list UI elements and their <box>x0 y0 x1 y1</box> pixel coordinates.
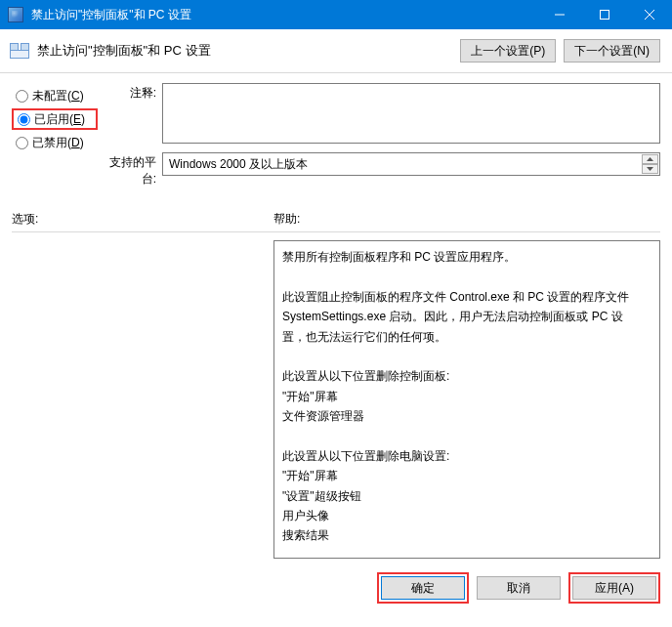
dialog-header: 禁止访问"控制面板"和 PC 设置 上一个设置(P) 下一个设置(N) <box>0 29 672 73</box>
supported-on-box: Windows 2000 及以上版本 <box>162 152 660 176</box>
state-radio-group: 未配置(C) 已启用(E) 已禁用(D) <box>12 79 98 193</box>
apply-highlight: 应用(A) <box>568 572 660 604</box>
supported-spinner[interactable] <box>642 154 658 174</box>
minimize-button[interactable] <box>537 0 582 29</box>
help-divider <box>273 231 660 232</box>
window-title: 禁止访问"控制面板"和 PC 设置 <box>31 7 537 23</box>
radio-disabled-input[interactable] <box>16 137 28 149</box>
radio-enabled-input[interactable] <box>18 113 30 126</box>
comment-label: 注释: <box>98 83 162 146</box>
radio-disabled[interactable]: 已禁用(D) <box>12 132 98 153</box>
radio-not-configured[interactable]: 未配置(C) <box>12 85 98 106</box>
options-divider <box>12 231 273 232</box>
radio-enabled-label: 已启用(E) <box>34 111 85 128</box>
previous-setting-button[interactable]: 上一个设置(P) <box>460 39 556 63</box>
policy-icon <box>10 43 29 59</box>
help-label: 帮助: <box>273 211 660 228</box>
options-label: 选项: <box>12 211 273 228</box>
supported-on-text: Windows 2000 及以上版本 <box>169 157 308 171</box>
apply-button[interactable]: 应用(A) <box>572 576 656 600</box>
radio-not-configured-input[interactable] <box>16 90 28 103</box>
app-icon <box>8 7 23 22</box>
close-button[interactable] <box>627 0 672 29</box>
radio-disabled-label: 已禁用(D) <box>32 135 84 151</box>
window-controls <box>537 0 672 29</box>
supported-label: 支持的平台: <box>98 152 162 188</box>
dialog-footer: 确定 取消 应用(A) <box>0 563 672 604</box>
spinner-down-icon[interactable] <box>642 164 658 174</box>
comment-textarea[interactable] <box>162 83 660 144</box>
ok-highlight: 确定 <box>377 572 469 604</box>
ok-button[interactable]: 确定 <box>381 576 465 600</box>
help-text[interactable]: 禁用所有控制面板程序和 PC 设置应用程序。 此设置阻止控制面板的程序文件 Co… <box>273 240 660 559</box>
svg-rect-1 <box>601 11 609 20</box>
maximize-button[interactable] <box>582 0 627 29</box>
policy-title: 禁止访问"控制面板"和 PC 设置 <box>37 42 460 60</box>
spinner-up-icon[interactable] <box>642 154 658 164</box>
cancel-button[interactable]: 取消 <box>477 576 561 600</box>
options-area <box>12 240 273 559</box>
next-setting-button[interactable]: 下一个设置(N) <box>564 39 660 63</box>
radio-enabled[interactable]: 已启用(E) <box>12 108 98 130</box>
titlebar: 禁止访问"控制面板"和 PC 设置 <box>0 0 672 29</box>
radio-not-configured-label: 未配置(C) <box>32 88 84 104</box>
